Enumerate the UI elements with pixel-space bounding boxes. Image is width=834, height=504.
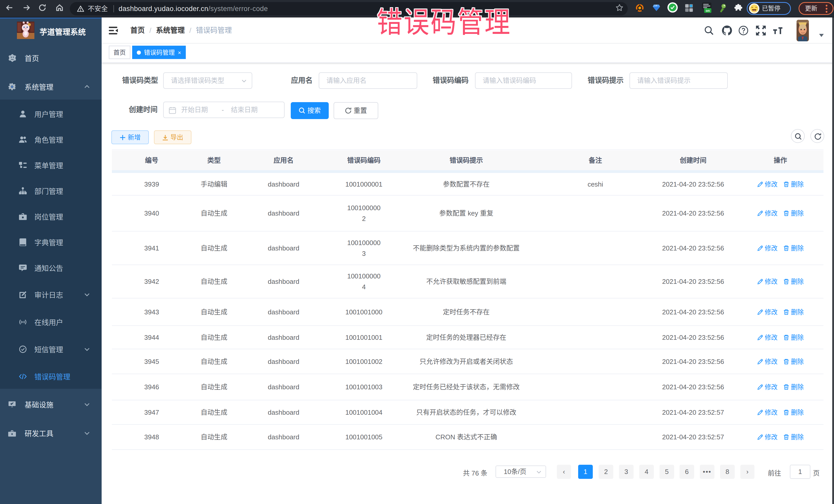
svg-text:on: on	[706, 9, 710, 13]
